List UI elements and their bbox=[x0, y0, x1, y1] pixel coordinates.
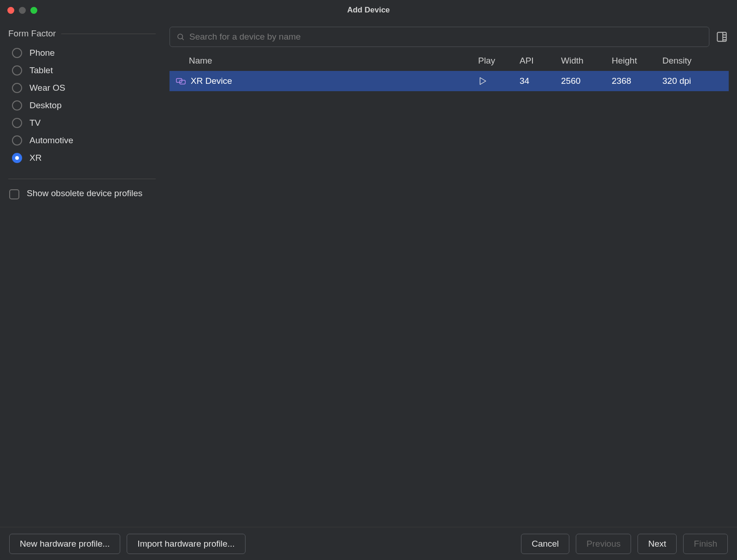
radio-label: Wear OS bbox=[29, 83, 65, 93]
import-hardware-profile-button[interactable]: Import hardware profile... bbox=[127, 534, 245, 554]
dialog-body: Form Factor Phone Tablet Wear OS bbox=[0, 20, 737, 527]
radio-icon bbox=[12, 83, 22, 93]
column-header-width[interactable]: Width bbox=[561, 56, 612, 66]
cancel-button[interactable]: Cancel bbox=[521, 534, 569, 554]
finish-button[interactable]: Finish bbox=[683, 534, 728, 554]
radio-icon bbox=[12, 118, 22, 128]
svg-point-0 bbox=[178, 34, 183, 39]
table-row[interactable]: XR Device 34 2560 2368 320 dpi bbox=[170, 71, 729, 91]
radio-icon bbox=[12, 135, 22, 146]
radio-label: XR bbox=[29, 153, 41, 163]
divider bbox=[8, 179, 156, 179]
cell-density: 320 dpi bbox=[662, 76, 722, 86]
cell-api: 34 bbox=[520, 76, 561, 86]
previous-button[interactable]: Previous bbox=[576, 534, 631, 554]
form-factor-option-wearos[interactable]: Wear OS bbox=[12, 80, 156, 96]
column-header-play[interactable]: Play bbox=[478, 56, 520, 66]
form-factor-option-phone[interactable]: Phone bbox=[12, 45, 156, 61]
window-maximize-button[interactable] bbox=[30, 7, 37, 14]
window-minimize-button[interactable] bbox=[19, 7, 26, 14]
cell-name-text: XR Device bbox=[191, 76, 232, 86]
sidebar: Form Factor Phone Tablet Wear OS bbox=[0, 20, 164, 527]
search-input[interactable] bbox=[189, 32, 702, 42]
cell-play bbox=[478, 76, 520, 86]
column-header-density[interactable]: Density bbox=[662, 56, 722, 66]
search-box[interactable] bbox=[170, 27, 709, 47]
cell-name: XR Device bbox=[176, 76, 478, 86]
window-controls bbox=[0, 7, 37, 14]
radio-icon bbox=[12, 48, 22, 58]
window-close-button[interactable] bbox=[7, 7, 14, 14]
cell-width: 2560 bbox=[561, 76, 612, 86]
radio-icon bbox=[12, 153, 22, 163]
radio-label: Desktop bbox=[29, 100, 62, 111]
form-factor-option-tablet[interactable]: Tablet bbox=[12, 63, 156, 78]
toggle-details-button[interactable] bbox=[715, 30, 729, 44]
form-factor-title: Form Factor bbox=[8, 29, 56, 39]
xr-device-icon bbox=[176, 77, 186, 85]
search-icon bbox=[176, 33, 185, 41]
form-factor-option-automotive[interactable]: Automotive bbox=[12, 133, 156, 148]
svg-line-1 bbox=[182, 38, 183, 40]
column-header-height[interactable]: Height bbox=[612, 56, 662, 66]
window-title: Add Device bbox=[347, 6, 390, 15]
radio-label: Phone bbox=[29, 48, 55, 58]
main-panel: Name Play API Width Height Density bbox=[164, 20, 737, 527]
show-obsolete-checkbox[interactable]: Show obsolete device profiles bbox=[9, 187, 156, 200]
checkbox-label: Show obsolete device profiles bbox=[27, 187, 142, 200]
play-store-icon bbox=[478, 76, 520, 86]
form-factor-header: Form Factor bbox=[8, 29, 156, 39]
dialog-footer: New hardware profile... Import hardware … bbox=[0, 527, 737, 560]
radio-label: Tablet bbox=[29, 65, 53, 76]
form-factor-radio-group: Phone Tablet Wear OS Desktop TV bbox=[12, 45, 156, 166]
column-header-api[interactable]: API bbox=[520, 56, 561, 66]
checkbox-icon bbox=[9, 189, 19, 199]
radio-label: Automotive bbox=[29, 135, 73, 146]
column-header-name[interactable]: Name bbox=[176, 56, 478, 66]
table-header: Name Play API Width Height Density bbox=[170, 51, 729, 71]
form-factor-option-tv[interactable]: TV bbox=[12, 115, 156, 131]
divider bbox=[61, 34, 156, 34]
radio-icon bbox=[12, 100, 22, 111]
titlebar: Add Device bbox=[0, 0, 737, 20]
cell-height: 2368 bbox=[612, 76, 662, 86]
search-row bbox=[170, 27, 729, 47]
device-table: Name Play API Width Height Density bbox=[170, 51, 729, 527]
next-button[interactable]: Next bbox=[638, 534, 677, 554]
radio-icon bbox=[12, 65, 22, 76]
dialog-window: Add Device Form Factor Phone Tablet Wear bbox=[0, 0, 737, 560]
form-factor-option-xr[interactable]: XR bbox=[12, 150, 156, 166]
form-factor-option-desktop[interactable]: Desktop bbox=[12, 98, 156, 113]
radio-label: TV bbox=[29, 118, 41, 128]
new-hardware-profile-button[interactable]: New hardware profile... bbox=[9, 534, 120, 554]
